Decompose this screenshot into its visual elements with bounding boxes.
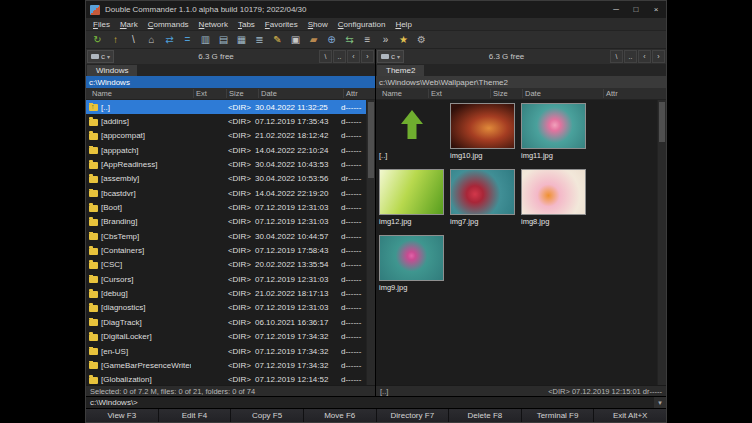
file-row[interactable]: [Branding]<DIR>07.12.2019 12:31:03d-----…	[86, 215, 375, 229]
thumbnail-item[interactable]: img7.jpg	[450, 169, 517, 233]
right-drive-select-button[interactable]: c ▾	[377, 50, 404, 63]
parent-dir-button[interactable]: ..	[333, 50, 346, 63]
terminal-f9-button[interactable]: Terminal F9	[522, 409, 595, 422]
column-header-ext[interactable]: Ext	[428, 89, 442, 98]
file-row[interactable]: [apppatch]<DIR>14.04.2022 22:10:24d-----…	[86, 143, 375, 157]
menu-item-network[interactable]: Network	[194, 20, 233, 29]
thumbnails-view-icon[interactable]: ▦	[233, 32, 250, 48]
thumbnail-item[interactable]: img12.jpg	[379, 169, 446, 233]
view-f3-button[interactable]: View F3	[86, 409, 159, 422]
maximize-button[interactable]: □	[626, 1, 646, 18]
menu-item-favorites[interactable]: Favorites	[260, 20, 303, 29]
file-row[interactable]: [GameBarPresenceWriter]<DIR>07.12.2019 1…	[86, 358, 375, 372]
file-row[interactable]: [AppReadiness]<DIR>30.04.2022 10:43:53d-…	[86, 157, 375, 171]
up-dir-icon[interactable]: ↑	[107, 32, 124, 48]
tab-theme2[interactable]: Theme2	[377, 65, 424, 76]
thumbnail-item[interactable]: img9.jpg	[379, 235, 446, 299]
folder-icon	[89, 205, 98, 212]
file-row[interactable]: [Globalization]<DIR>07.12.2019 12:14:52d…	[86, 373, 375, 385]
menu-item-configuration[interactable]: Configuration	[333, 20, 391, 29]
column-header-attr[interactable]: Attr	[343, 89, 358, 98]
edit-icon[interactable]: ✎	[269, 32, 286, 48]
file-row[interactable]: [diagnostics]<DIR>07.12.2019 12:31:03d--…	[86, 301, 375, 315]
thumbnail-item[interactable]: img11.jpg	[521, 103, 588, 167]
file-row[interactable]: [debug]<DIR>21.02.2022 18:17:13d------	[86, 286, 375, 300]
home-dir-icon[interactable]: ⌂	[143, 32, 160, 48]
sync-dirs-icon[interactable]: ⇆	[341, 32, 358, 48]
favorites-icon[interactable]: ★	[395, 32, 412, 48]
brief-view-icon[interactable]: ▥	[197, 32, 214, 48]
left-scrollbar[interactable]	[366, 100, 375, 385]
right-path-bar[interactable]: c:\Windows\Web\Wallpaper\Theme2	[376, 76, 666, 88]
minimize-button[interactable]: ─	[606, 1, 626, 18]
history-back-button[interactable]: ‹	[638, 50, 651, 63]
right-scrollbar[interactable]	[657, 100, 666, 385]
menu-item-mark[interactable]: Mark	[115, 20, 143, 29]
scrollbar-thumb[interactable]	[368, 102, 374, 178]
column-header-size[interactable]: Size	[490, 89, 508, 98]
history-back-button[interactable]: ‹	[347, 50, 360, 63]
column-header-date[interactable]: Date	[522, 89, 541, 98]
menu-item-commands[interactable]: Commands	[143, 20, 194, 29]
file-row[interactable]: [addins]<DIR>07.12.2019 17:35:43d------	[86, 114, 375, 128]
history-forward-button[interactable]: ›	[361, 50, 374, 63]
menu-item-files[interactable]: Files	[88, 20, 115, 29]
file-row[interactable]: [DiagTrack]<DIR>06.10.2021 16:36:17d----…	[86, 315, 375, 329]
thumbnail-item[interactable]: img10.jpg	[450, 103, 517, 167]
file-row[interactable]: [Containers]<DIR>07.12.2019 17:58:43d---…	[86, 243, 375, 257]
swap-panels-icon[interactable]: ⇄	[161, 32, 178, 48]
tree-view-icon[interactable]: ≣	[251, 32, 268, 48]
copy-f5-button[interactable]: Copy F5	[231, 409, 304, 422]
equal-panels-icon[interactable]: =	[179, 32, 196, 48]
pack-icon[interactable]: ▰	[305, 32, 322, 48]
delete-f8-button[interactable]: Delete F8	[449, 409, 522, 422]
file-row[interactable]: [bcastdvr]<DIR>14.04.2022 22:19:20d-----…	[86, 186, 375, 200]
left-path-bar[interactable]: c:\Windows	[86, 76, 375, 88]
directory-f7-button[interactable]: Directory F7	[377, 409, 450, 422]
column-header-name[interactable]: Name	[380, 89, 402, 98]
file-row[interactable]: [Boot]<DIR>07.12.2019 12:31:03d------	[86, 200, 375, 214]
column-header-attr[interactable]: Attr	[603, 89, 618, 98]
copy-icon[interactable]: ▣	[287, 32, 304, 48]
multi-rename-icon[interactable]: ≡	[359, 32, 376, 48]
folder-icon	[89, 334, 98, 341]
menu-item-show[interactable]: Show	[303, 20, 333, 29]
column-header-size[interactable]: Size	[226, 89, 244, 98]
menu-item-help[interactable]: Help	[390, 20, 416, 29]
file-row[interactable]: [CbsTemp]<DIR>30.04.2022 10:44:57d------	[86, 229, 375, 243]
parent-dir-button[interactable]: ..	[624, 50, 637, 63]
scrollbar-thumb[interactable]	[659, 102, 665, 142]
left-drive-select-button[interactable]: c ▾	[87, 50, 114, 63]
file-row[interactable]: [..]<DIR>30.04.2022 11:32:25d------	[86, 100, 375, 114]
close-button[interactable]: ×	[646, 1, 666, 18]
exit-alt-x-button[interactable]: Exit Alt+X	[594, 409, 666, 422]
history-forward-button[interactable]: ›	[652, 50, 665, 63]
chevron-down-icon: ▾	[107, 53, 110, 60]
thumbnail-item[interactable]: img8.jpg	[521, 169, 588, 233]
options-icon[interactable]: ⚙	[413, 32, 430, 48]
root-dir-button[interactable]: \	[319, 50, 332, 63]
file-row[interactable]: [en-US]<DIR>07.12.2019 17:34:32d------	[86, 344, 375, 358]
column-header-date[interactable]: Date	[258, 89, 277, 98]
file-row[interactable]: [Cursors]<DIR>07.12.2019 12:31:03d------	[86, 272, 375, 286]
terminal-icon[interactable]: »	[377, 32, 394, 48]
menu-item-tabs[interactable]: Tabs	[233, 20, 260, 29]
move-f6-button[interactable]: Move F6	[304, 409, 377, 422]
column-header-ext[interactable]: Ext	[193, 89, 207, 98]
file-row[interactable]: [appcompat]<DIR>21.02.2022 18:12:42d----…	[86, 129, 375, 143]
root-dir-icon[interactable]: \	[125, 32, 142, 48]
command-history-dropdown[interactable]: ▾	[654, 397, 666, 408]
search-icon[interactable]: ⊕	[323, 32, 340, 48]
full-view-icon[interactable]: ▤	[215, 32, 232, 48]
thumbnail-item[interactable]: [..]	[379, 103, 446, 167]
edit-f4-button[interactable]: Edit F4	[159, 409, 232, 422]
column-header-name[interactable]: Name	[90, 89, 112, 98]
file-size: <DIR>	[211, 318, 255, 327]
file-row[interactable]: [CSC]<DIR>20.02.2022 13:35:54d------	[86, 258, 375, 272]
file-row[interactable]: [assembly]<DIR>30.04.2022 10:53:56dr----…	[86, 172, 375, 186]
command-input[interactable]	[138, 397, 654, 408]
file-row[interactable]: [DigitalLocker]<DIR>07.12.2019 17:34:32d…	[86, 330, 375, 344]
root-dir-button[interactable]: \	[610, 50, 623, 63]
refresh-icon[interactable]: ↻	[89, 32, 106, 48]
tab-windows[interactable]: Windows	[87, 65, 137, 76]
